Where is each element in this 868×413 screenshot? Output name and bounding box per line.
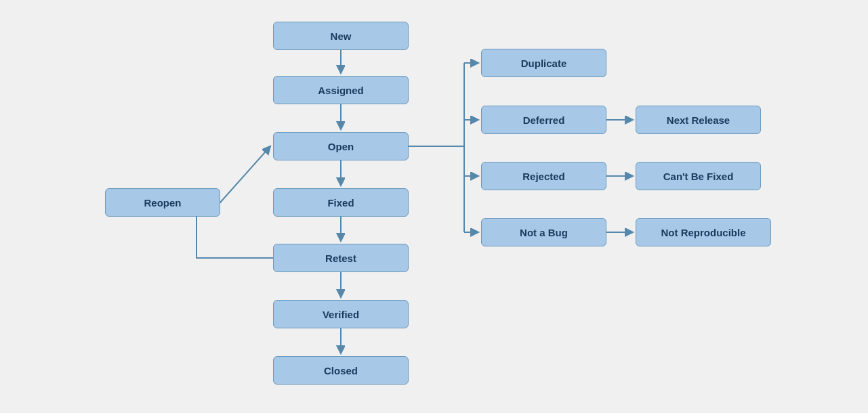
node-fixed: Fixed [273, 188, 409, 217]
node-rejected: Rejected [481, 162, 606, 190]
node-next-release: Next Release [636, 106, 761, 134]
node-reopen: Reopen [105, 188, 220, 217]
node-deferred: Deferred [481, 106, 606, 134]
node-cant-be-fixed: Can't Be Fixed [636, 162, 761, 190]
node-not-a-bug: Not a Bug [481, 218, 606, 246]
node-not-reproducible: Not Reproducible [636, 218, 771, 246]
node-assigned: Assigned [273, 76, 409, 104]
node-open: Open [273, 132, 409, 160]
node-closed: Closed [273, 356, 409, 385]
node-retest: Retest [273, 244, 409, 272]
svg-line-7 [220, 146, 270, 202]
diagram-container: New Assigned Open Fixed Retest Verified … [0, 0, 868, 413]
node-verified: Verified [273, 300, 409, 328]
node-new: New [273, 22, 409, 50]
node-duplicate: Duplicate [481, 49, 606, 77]
